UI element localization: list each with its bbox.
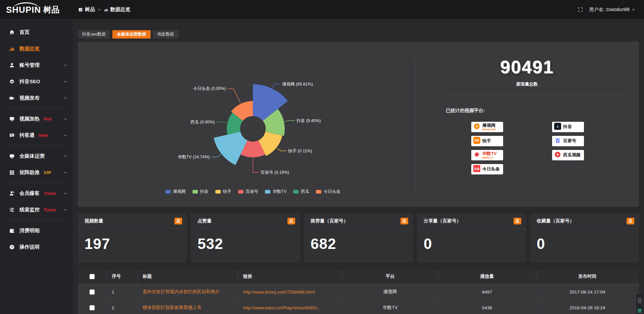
platform-badge-kuaishou[interactable]: 快手 (471, 136, 503, 146)
sidebar-item-6[interactable]: 视频加热Hot (0, 111, 73, 127)
stat-card-value: 0 (424, 235, 526, 252)
platform-badge-douyin[interactable]: ♪♪抖音 (552, 122, 584, 132)
sidebar-item-13[interactable]: ?操作说明 (0, 239, 73, 255)
stat-card-header: 视频数量总 (78, 213, 187, 229)
table-cell (78, 284, 106, 300)
video-title-link[interactable]: 室外水纹灯和室内水纹灯的区别和简介 (143, 289, 220, 295)
pie-slice-label: 播视网 (65.61%) (282, 82, 313, 87)
stat-card-label: 点赞量 (198, 218, 212, 224)
stat-card-header: 推荐量（百家号）总 (304, 213, 413, 229)
logo-text: SHUPIN (6, 5, 41, 14)
sidebar-divider (6, 108, 67, 109)
legend-item-4[interactable]: 百家号 (238, 189, 259, 195)
legend-item-5[interactable]: 华数TV (265, 189, 286, 195)
breadcrumb-root[interactable]: 树品 (78, 6, 95, 13)
pie-label-line (273, 84, 281, 88)
sidebar-item-2[interactable]: 数据总览 (0, 41, 73, 57)
platform-name: 华数TV (482, 151, 497, 156)
floating-widget-bar (638, 309, 642, 310)
platform-badge-boosj[interactable]: 播视网boosj.com (471, 122, 503, 132)
platform-badge-xigua[interactable]: 西瓜视频 (552, 150, 584, 160)
breadcrumb: 树品 > 数据总览 (78, 6, 130, 13)
chart-panel: 播视网 (65.61%)抖音 (9.40%)快手 (0.11%)百家号 (0.1… (78, 42, 639, 207)
stat-card-3: 推荐量（百家号）总682 (304, 213, 413, 262)
platform-name: 百家号 (563, 139, 576, 143)
video-url-link[interactable]: http://www.wasu.cn/Play/show/id/952... (243, 305, 321, 310)
sidebar-divider (6, 220, 67, 220)
sliders-icon (9, 207, 15, 213)
legend-item-2[interactable]: 抖音 (193, 189, 209, 195)
video-url-link[interactable]: http://www.boosj.com/7338468.html (243, 290, 315, 295)
platform-badge-toutiao[interactable]: 头条今日头条 (471, 164, 503, 174)
pie-slice-5[interactable] (214, 132, 248, 165)
tab-1[interactable]: 抖音seo数据 (78, 30, 110, 39)
legend-item-3[interactable]: 快手 (215, 189, 231, 195)
table-row: 1室外水纹灯和室内水纹灯的区别和简介http://www.boosj.com/7… (78, 284, 639, 300)
legend-item-6[interactable]: 西瓜 (293, 189, 309, 195)
select-all-checkbox[interactable] (90, 274, 95, 279)
sidebar-item-12[interactable]: 消费明细 (0, 222, 73, 239)
pie-label-line (253, 158, 259, 172)
chevron-down-icon (64, 134, 67, 137)
wallet-icon (9, 228, 15, 233)
videos-table: 序号标题链接平台播放量发布时间1室外水纹灯和室内水纹灯的区别和简介http://… (78, 269, 639, 314)
stat-card-4: 分享量（百家号）总0 (417, 213, 526, 262)
user-menu[interactable]: 用户名: zswodun88 (589, 7, 635, 13)
sidebar-item-tag: Hot (44, 116, 51, 121)
platform-badge-baijiahao[interactable]: 百百家号 (552, 136, 584, 146)
floating-widget[interactable] (636, 294, 643, 314)
boosj-logo-icon (473, 123, 480, 131)
legend-label: 今日头条 (324, 189, 340, 195)
sidebar-items: 首页数据总览账号管理抖音SEO视频发布视频加热Hot抖客通New全媒体运营矩阵助… (0, 24, 73, 255)
legend-label: 华数TV (273, 189, 286, 195)
stat-card-5: 收藏量（百家号）总0 (530, 213, 639, 262)
sidebar-item-label: 视频加热 (19, 116, 40, 122)
legend-item-7[interactable]: 今日头条 (316, 189, 340, 195)
svg-text:头条: 头条 (474, 167, 480, 170)
monitor-icon (9, 153, 15, 159)
tab-3[interactable]: 询盘数据 (153, 30, 178, 39)
pie-slice-label: 百家号 (0.15%) (261, 170, 289, 175)
wasu-logo-icon (473, 151, 480, 159)
legend-item-1[interactable]: 播视网 (165, 189, 186, 195)
chevron-down-icon (64, 80, 67, 84)
table-cell: 2017-08-24 17:04 (536, 284, 638, 300)
total-badge: 总 (174, 218, 182, 224)
tab-2[interactable]: 全媒体运营数据 (112, 30, 151, 39)
video-title-link[interactable]: 楼体投影灯投影效果震撼上市 (143, 305, 202, 311)
sidebar-item-9[interactable]: 矩阵助推VIP (0, 164, 73, 181)
row-checkbox[interactable] (90, 290, 95, 295)
sidebar-item-5[interactable]: 视频发布 (0, 90, 73, 106)
chevron-down-icon (64, 117, 67, 121)
sidebar-item-8[interactable]: 全媒体运营 (0, 148, 73, 164)
chart-icon (9, 46, 15, 52)
table-cell: 华数TV (343, 300, 438, 314)
sidebar-item-label: 消费明细 (19, 227, 40, 234)
sidebar-item-11[interactable]: 线索监控Tools (0, 202, 73, 218)
total-badge: 总 (627, 218, 634, 224)
chart-legend: 播视网抖音快手百家号华数TV西瓜今日头条 (78, 189, 428, 195)
platform-badge-wasu[interactable]: 华数TVwasu.cn (471, 150, 503, 160)
legend-swatch (215, 190, 221, 194)
pie-label-line (212, 154, 221, 157)
stat-card-value: 682 (311, 235, 413, 252)
fullscreen-icon[interactable] (578, 7, 583, 12)
panel-divider-vertical (415, 58, 415, 192)
svg-text:?: ? (11, 245, 13, 249)
douyin-logo-icon: ♪♪ (554, 123, 561, 131)
total-badge: 总 (514, 218, 521, 224)
logo-arc (13, 2, 39, 8)
legend-label: 西瓜 (301, 189, 309, 195)
sidebar-item-1[interactable]: 首页 (0, 24, 73, 41)
chevron-down-icon (64, 63, 67, 67)
legend-swatch (316, 190, 321, 194)
breadcrumb-current[interactable]: 数据总览 (104, 6, 130, 13)
row-checkbox[interactable] (90, 305, 95, 310)
sidebar-item-10[interactable]: 会员爆客Tools (0, 185, 73, 202)
sidebar-item-3[interactable]: 账号管理 (0, 57, 73, 73)
sidebar-item-7[interactable]: 抖客通New (0, 127, 73, 144)
table-header-cell: 发布时间 (536, 269, 638, 284)
stat-card-value: 0 (537, 235, 639, 252)
stat-card-header: 收藏量（百家号）总 (530, 213, 639, 229)
sidebar-item-4[interactable]: 抖音SEO (0, 73, 73, 90)
